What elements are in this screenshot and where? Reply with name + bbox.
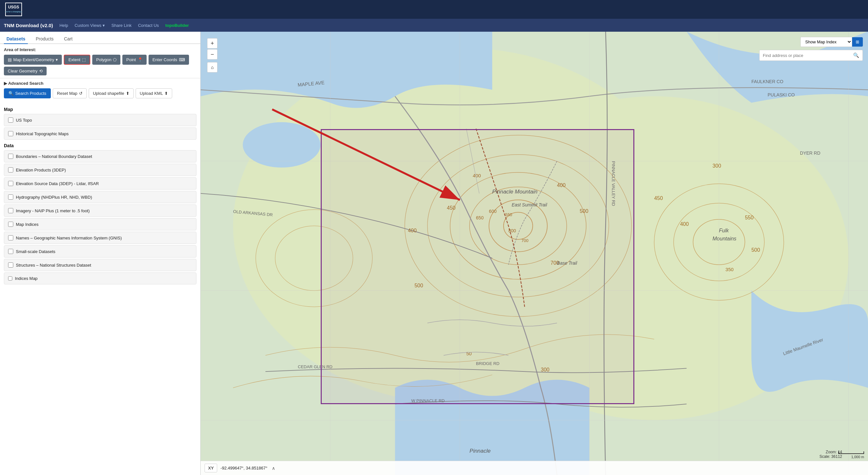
coords-icon: ⌨ — [179, 57, 185, 62]
polygon-button[interactable]: Polygon ⬠ — [92, 55, 120, 65]
names-gnis-checkbox[interactable] — [8, 235, 13, 241]
imagery-checkbox[interactable] — [8, 208, 13, 213]
chevron-down-icon: ▾ — [102, 23, 105, 28]
hydrography-checkbox[interactable] — [8, 194, 13, 200]
point-button[interactable]: Point 📍 — [122, 55, 147, 65]
svg-text:Fulk: Fulk — [719, 228, 729, 233]
map-indices-checkbox[interactable] — [8, 222, 13, 227]
scale-bar: 1,000 m — [838, 451, 864, 459]
svg-text:300: 300 — [541, 367, 550, 373]
product-structures[interactable]: Structures – National Structures Dataset — [4, 259, 196, 271]
clear-geometry-button[interactable]: Clear Geometry ⟲ — [4, 67, 46, 75]
grid-icon: ⊞ — [856, 39, 859, 44]
left-panel: Datasets Products Cart Area of Interest:… — [0, 32, 200, 475]
main-layout: Datasets Products Cart Area of Interest:… — [0, 32, 868, 475]
map-extent-button[interactable]: ▤ Map Extent/Geometry ▾ — [4, 55, 62, 65]
boundaries-checkbox[interactable] — [8, 154, 13, 159]
svg-text:650: 650 — [476, 215, 484, 220]
structures-label: Structures – National Structures Dataset — [16, 263, 91, 267]
address-search-icon[interactable]: 🔍 — [850, 50, 863, 61]
product-us-topo[interactable]: US Topo — [4, 114, 196, 126]
historical-topo-label: Historical Topographic Maps — [16, 131, 69, 136]
indices-map-row[interactable]: Indices Map — [4, 273, 196, 284]
svg-text:PULASKI CO: PULASKI CO — [768, 92, 795, 97]
aoi-section: Area of Interest: ▤ Map Extent/Geometry … — [0, 44, 200, 78]
product-small-scale[interactable]: Small-scale Datasets — [4, 245, 196, 258]
hydrography-label: Hydrography (NHDPlus HR, NHD, WBD) — [16, 195, 92, 200]
map-background: 400 500 400 450 650 600 550 800 700 700 … — [200, 32, 868, 475]
upload-kml-icon: ⬆ — [164, 91, 168, 96]
scale-label: 1,000 m — [851, 455, 864, 459]
product-historical-topo[interactable]: Historical Topographic Maps — [4, 127, 196, 140]
elevation-source-checkbox[interactable] — [8, 181, 13, 186]
advanced-search-title: ▶ Advanced Search — [4, 81, 196, 86]
us-topo-checkbox[interactable] — [8, 118, 13, 123]
zoom-out-button[interactable]: − — [207, 49, 217, 60]
small-scale-checkbox[interactable] — [8, 249, 13, 254]
map-area[interactable]: 400 500 400 450 650 600 550 800 700 700 … — [200, 32, 868, 475]
product-imagery[interactable]: Imagery - NAIP Plus (1 meter to .5 foot) — [4, 204, 196, 217]
reset-map-button[interactable]: Reset Map ↺ — [53, 88, 87, 98]
svg-text:350: 350 — [725, 266, 734, 272]
coord-expand-button[interactable]: ∧ — [272, 466, 275, 471]
nav-share-link[interactable]: Share Link — [111, 23, 131, 28]
coordinate-bar: XY -92.499647°, 34.851867° ∧ — [200, 461, 868, 475]
svg-text:Mountains: Mountains — [713, 236, 737, 242]
tab-products[interactable]: Products — [33, 34, 56, 44]
boundaries-label: Boundaries – National Boundary Dataset — [16, 154, 92, 159]
svg-text:700: 700 — [521, 238, 528, 243]
svg-text:East Summit Trail: East Summit Trail — [512, 202, 547, 208]
zoom-in-button[interactable]: + — [207, 38, 217, 49]
svg-text:400: 400 — [680, 221, 689, 227]
nav-custom-views[interactable]: Custom Views ▾ — [74, 23, 105, 28]
structures-checkbox[interactable] — [8, 262, 13, 267]
navbar: TNM Download (v2.0) Help Custom Views ▾ … — [0, 19, 868, 32]
elevation-label: Elevation Products (3DEP) — [16, 168, 66, 172]
svg-text:500: 500 — [580, 209, 588, 214]
extent-button[interactable]: Extent ⬚ — [64, 55, 90, 65]
product-elevation-source[interactable]: Elevation Source Data (3DEP) - Lidar, If… — [4, 177, 196, 190]
svg-text:CEDAR GLEN RD: CEDAR GLEN RD — [298, 365, 332, 369]
nav-topo-builder[interactable]: topoBuilder — [165, 23, 189, 28]
upload-shapefile-button[interactable]: Upload shapefile ⬆ — [89, 88, 134, 98]
scale-line — [838, 451, 864, 454]
svg-text:FAULKNER CO: FAULKNER CO — [751, 79, 783, 84]
address-search: 🔍 — [759, 50, 863, 61]
elevation-checkbox[interactable] — [8, 167, 13, 172]
svg-text:400: 400 — [408, 228, 417, 233]
search-products-button[interactable]: 🔍 Search Products — [4, 88, 51, 98]
svg-text:science for a changing world: science for a changing world — [5, 11, 22, 12]
logo-area: USGS science for a changing world — [5, 3, 25, 16]
indices-map-checkbox[interactable] — [8, 276, 12, 281]
svg-text:400: 400 — [557, 183, 566, 188]
enter-coords-button[interactable]: Enter Coords ⌨ — [149, 55, 189, 65]
svg-text:600: 600 — [489, 209, 497, 214]
address-input[interactable] — [760, 51, 850, 60]
product-hydrography[interactable]: Hydrography (NHDPlus HR, NHD, WBD) — [4, 191, 196, 203]
product-names-gnis[interactable]: Names – Geographic Names Information Sys… — [4, 232, 196, 244]
upload-kml-button[interactable]: Upload KML ⬆ — [135, 88, 173, 98]
historical-topo-checkbox[interactable] — [8, 131, 13, 136]
elevation-source-label: Elevation Source Data (3DEP) - Lidar, If… — [16, 181, 99, 186]
tab-datasets[interactable]: Datasets — [4, 34, 28, 44]
product-map-indices[interactable]: Map Indices — [4, 218, 196, 230]
refresh-icon: ↺ — [79, 91, 83, 96]
product-elevation[interactable]: Elevation Products (3DEP) — [4, 164, 196, 176]
home-button[interactable]: ⌂ — [207, 62, 217, 72]
svg-text:550: 550 — [745, 215, 754, 220]
small-scale-label: Small-scale Datasets — [16, 249, 55, 254]
data-section-header: Data — [4, 143, 196, 148]
map-index-select[interactable]: Show Map Index — [800, 37, 852, 47]
svg-text:DYER RD: DYER RD — [800, 151, 820, 156]
coordinates-value: -92.499647°, 34.851867° — [220, 466, 267, 471]
map-index-icon[interactable]: ⊞ — [852, 37, 863, 46]
aoi-label: Area of Interest: — [4, 47, 196, 52]
dropdown-arrow-icon: ▾ — [56, 57, 58, 62]
tab-cart[interactable]: Cart — [61, 34, 75, 44]
product-boundaries[interactable]: Boundaries – National Boundary Dataset — [4, 150, 196, 162]
svg-point-8 — [243, 122, 320, 168]
nav-help[interactable]: Help — [60, 23, 68, 28]
nav-contact-us[interactable]: Contact Us — [138, 23, 159, 28]
svg-text:500: 500 — [414, 283, 423, 288]
app-title: TNM Download (v2.0) — [4, 23, 53, 28]
